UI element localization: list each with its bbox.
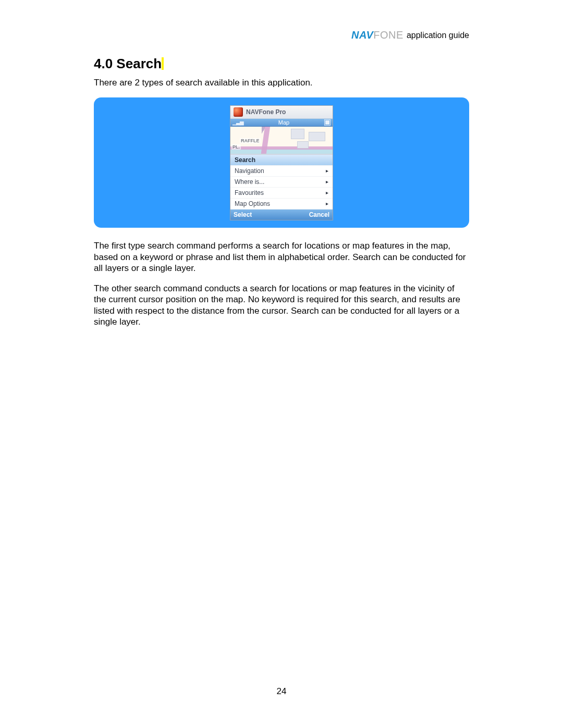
chevron-right-icon: ▸	[326, 190, 328, 195]
logo-nav-text: NAV	[351, 29, 373, 41]
menu-item-label: Favourites	[235, 189, 264, 196]
paragraph-1: The first type search command performs a…	[94, 240, 469, 274]
chevron-right-icon: ▸	[326, 201, 328, 206]
document-page: NAVFONE application guide 4.0 Search The…	[0, 0, 563, 728]
map-label-pl: PL.	[231, 144, 241, 150]
phone-map-preview: RAFFLE PL.	[230, 127, 333, 154]
phone-statusbar: ▁▃▅ Map	[230, 119, 333, 127]
phone-status-label: Map	[278, 119, 289, 126]
chevron-right-icon: ▸	[326, 179, 328, 184]
map-label-raffles: RAFFLE	[240, 138, 261, 143]
app-icon	[234, 107, 243, 117]
menu-item-label: Search	[235, 156, 255, 164]
menu-item-map-options[interactable]: Map Options ▸	[230, 199, 333, 209]
section-title: 4.0 Search	[94, 56, 164, 72]
menu-item-label: Navigation	[235, 167, 264, 175]
signal-icon: ▁▃▅	[232, 119, 243, 125]
menu-item-where-is[interactable]: Where is... ▸	[230, 177, 333, 188]
section-intro: There are 2 types of search available in…	[94, 77, 469, 88]
brand-logo: NAVFONE	[351, 29, 403, 41]
softkey-cancel[interactable]: Cancel	[309, 211, 329, 218]
softkey-select[interactable]: Select	[234, 211, 252, 218]
menu-item-navigation[interactable]: Navigation ▸	[230, 166, 333, 177]
phone-app-title: NAVFone Pro	[246, 108, 286, 116]
menu-item-label: Where is...	[235, 178, 264, 186]
paragraph-2: The other search command conducts a sear…	[94, 283, 469, 327]
chevron-right-icon: ▸	[326, 168, 328, 174]
phone-titlebar: NAVFone Pro	[230, 106, 333, 119]
phone-mockup: NAVFone Pro ▁▃▅ Map RAFFLE PL.	[230, 105, 333, 220]
phone-menu: Search Navigation ▸ Where is... ▸ Favour…	[230, 154, 333, 209]
menu-item-favourites[interactable]: Favourites ▸	[230, 188, 333, 199]
page-header: NAVFONE application guide	[94, 29, 469, 41]
header-subtitle: application guide	[407, 31, 469, 40]
logo-fone-text: FONE	[373, 29, 403, 41]
menu-item-search[interactable]: Search	[230, 155, 333, 166]
menu-item-label: Map Options	[235, 200, 270, 207]
page-number: 24	[0, 686, 563, 697]
screenshot-figure: NAVFone Pro ▁▃▅ Map RAFFLE PL.	[94, 97, 469, 228]
text-cursor-highlight	[162, 57, 164, 70]
phone-softkey-bar: Select Cancel	[230, 209, 333, 220]
battery-icon	[324, 119, 331, 126]
section-title-text: 4.0 Search	[94, 56, 162, 71]
